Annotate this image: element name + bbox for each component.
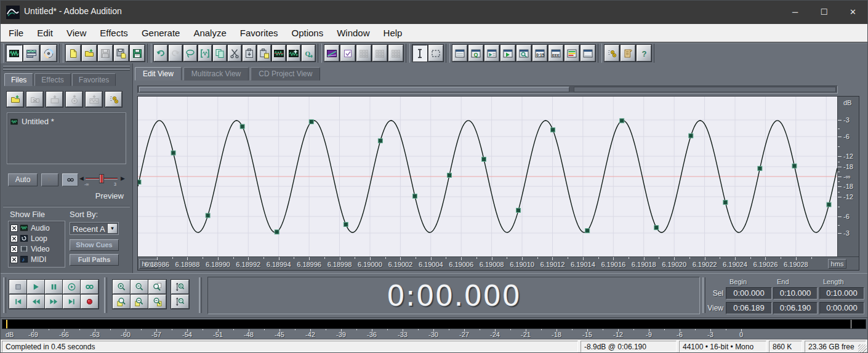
organizer-window-button[interactable] xyxy=(452,45,467,61)
convert-sample-type-button[interactable]: Q xyxy=(302,45,315,61)
zoom-in-right-edge-button[interactable] xyxy=(148,295,166,309)
checkbox-loop[interactable] xyxy=(10,235,18,242)
menu-favorites[interactable]: Favorites xyxy=(233,24,285,42)
zoom-out-horizontally-button[interactable] xyxy=(131,280,148,294)
panel-grip[interactable] xyxy=(104,277,107,313)
sample-point[interactable] xyxy=(723,200,728,205)
sample-point[interactable] xyxy=(689,133,693,138)
panel-grip[interactable] xyxy=(199,277,202,313)
menu-file[interactable]: File xyxy=(2,24,30,42)
tab-multitrack-view[interactable]: Multitrack View xyxy=(183,67,249,81)
play-looped-button[interactable] xyxy=(63,280,81,294)
overview-scrollbar[interactable] xyxy=(137,85,838,93)
sel-length-field[interactable]: 0:10.000 xyxy=(819,287,864,299)
maximize-button[interactable]: ☐ xyxy=(810,1,838,24)
checkbox-audio[interactable] xyxy=(10,224,18,232)
sample-point[interactable] xyxy=(482,157,486,161)
open-file-button[interactable] xyxy=(82,45,97,61)
sort-dropdown[interactable]: Recent A ▼ xyxy=(70,222,119,235)
minimize-button[interactable]: ─ xyxy=(781,1,810,24)
play-to-end-button[interactable] xyxy=(81,280,98,294)
edit-view-button[interactable] xyxy=(6,45,22,61)
sel-begin-field[interactable]: 0:00.000 xyxy=(726,287,772,299)
trim-button[interactable] xyxy=(198,45,212,61)
repeat-last-command-button[interactable] xyxy=(183,45,197,61)
sample-point[interactable] xyxy=(171,151,175,155)
time-display-panel[interactable]: 0:00.000 xyxy=(207,277,700,314)
full-paths-button[interactable]: Full Paths xyxy=(70,254,119,266)
selection-view-window-button[interactable]: EEE xyxy=(549,45,563,61)
menu-help[interactable]: Help xyxy=(377,24,409,42)
slider-handle[interactable] xyxy=(99,174,104,183)
sample-point[interactable] xyxy=(138,180,141,184)
tab-files[interactable]: Files xyxy=(4,73,33,86)
sample-point[interactable] xyxy=(516,208,521,212)
menu-edit[interactable]: Edit xyxy=(30,24,60,42)
view-end-field[interactable]: 0:06.190 xyxy=(773,302,818,314)
marquee-selection-tool-button[interactable] xyxy=(428,45,443,61)
checkbox-midi[interactable] xyxy=(10,256,18,263)
sample-point[interactable] xyxy=(551,128,555,132)
panel-grip[interactable] xyxy=(3,277,6,313)
cut-button[interactable] xyxy=(228,45,241,61)
transport-window-button[interactable] xyxy=(500,45,515,61)
waveform-display[interactable] xyxy=(138,97,837,256)
paste-button[interactable] xyxy=(243,45,256,61)
auto-play-button[interactable]: Auto xyxy=(8,173,38,186)
sample-point[interactable] xyxy=(206,213,210,218)
sel-end-field[interactable]: 0:10.000 xyxy=(773,287,818,299)
close-button[interactable]: ✕ xyxy=(838,1,867,24)
status-bar-window-button[interactable] xyxy=(581,45,595,61)
sample-point[interactable] xyxy=(309,119,313,124)
zoom-to-selection-button[interactable] xyxy=(113,295,131,309)
panel-grip[interactable] xyxy=(3,66,130,68)
advanced-options-button[interactable] xyxy=(105,92,122,107)
amplitude-ruler[interactable]: dB-3-6-12-18-∞-18-12-6-3 xyxy=(837,97,859,256)
copy-button[interactable] xyxy=(213,45,227,61)
panel-grip[interactable] xyxy=(702,277,705,313)
play-button[interactable] xyxy=(27,280,45,294)
chevron-down-icon[interactable]: ▼ xyxy=(107,223,118,234)
menu-analyze[interactable]: Analyze xyxy=(187,24,233,42)
zoom-out-full-button[interactable] xyxy=(148,280,166,294)
sample-point[interactable] xyxy=(792,164,797,168)
level-meter-panel[interactable]: dB -69-66-63-60-57-54-51-48-45-42-39-36-… xyxy=(1,317,867,339)
fast-forward-button[interactable] xyxy=(45,295,63,309)
undo-button[interactable] xyxy=(154,45,167,61)
preview-play-button[interactable] xyxy=(41,173,58,186)
resize-grip-icon[interactable] xyxy=(858,344,867,353)
checkbox-video[interactable] xyxy=(10,245,18,253)
sample-point[interactable] xyxy=(620,119,624,123)
menu-effects[interactable]: Effects xyxy=(93,24,135,42)
settings-button[interactable] xyxy=(605,45,619,61)
preview-volume-slider[interactable]: ◀ ▶ -∞ 3 xyxy=(79,173,125,186)
time-selection-tool-button[interactable] xyxy=(412,45,427,61)
zoom-in-left-edge-button[interactable] xyxy=(131,295,148,309)
scripts-button[interactable] xyxy=(621,45,635,61)
show-cues-button[interactable]: Show Cues xyxy=(70,239,119,251)
slider-right-arrow-icon[interactable]: ▶ xyxy=(121,175,125,181)
sample-point[interactable] xyxy=(585,229,590,233)
panel-grip[interactable] xyxy=(3,69,130,71)
sample-point[interactable] xyxy=(378,138,382,143)
play-list-window-button[interactable] xyxy=(484,45,499,61)
sample-point[interactable] xyxy=(240,124,244,129)
level-meter[interactable] xyxy=(2,319,866,329)
time-ruler[interactable]: hms hms 6.189866.189886.189906.189926.18… xyxy=(138,256,859,270)
view-begin-field[interactable]: 0:06.189 xyxy=(726,302,772,314)
file-list[interactable]: Untitled * xyxy=(7,113,126,164)
multitrack-view-button[interactable] xyxy=(23,45,39,61)
sample-point[interactable] xyxy=(412,194,417,198)
paste-to-new-button[interactable] xyxy=(257,45,271,61)
zoom-in-vertically-button[interactable] xyxy=(171,280,189,294)
level-meters-window-button[interactable] xyxy=(565,45,579,61)
save-file-as-button[interactable] xyxy=(114,45,129,61)
sample-point[interactable] xyxy=(344,222,348,226)
import-file-button[interactable] xyxy=(7,92,23,107)
menu-generate[interactable]: Generate xyxy=(135,24,187,42)
time-window-button[interactable]: 0:15 xyxy=(532,45,547,61)
tab-effects[interactable]: Effects xyxy=(34,73,70,86)
view-length-field[interactable]: 0:00.000 xyxy=(819,302,864,314)
tab-favorites[interactable]: Favorites xyxy=(72,73,116,86)
sample-point[interactable] xyxy=(827,202,831,207)
